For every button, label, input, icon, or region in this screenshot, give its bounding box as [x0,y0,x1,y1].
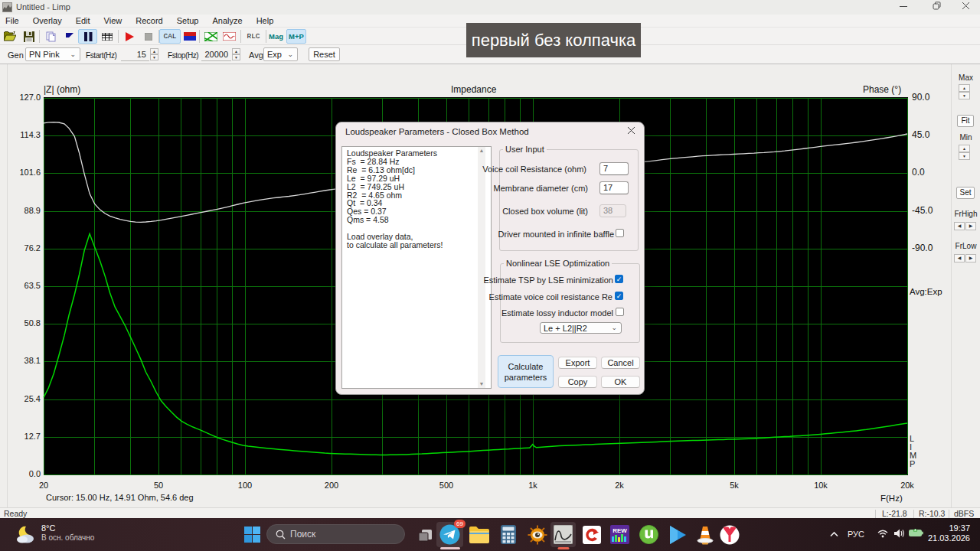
menu-analyze[interactable]: Analyze [205,15,249,25]
frhigh-spinner[interactable]: ◀▶ [954,222,977,230]
reset-button[interactable]: Reset [309,47,340,61]
min-spinner[interactable]: ▲▼ [959,145,970,160]
fstop-spinner[interactable]: ▲▼ [232,48,240,61]
open-folder-icon [4,31,16,41]
windows-logo-icon [244,527,260,543]
x-tick: 2k [615,481,624,490]
record-play-button[interactable] [122,29,137,44]
menu-record[interactable]: Record [129,15,169,25]
copy-button[interactable] [44,29,58,44]
overlay-flag-button[interactable] [62,29,77,44]
status-ready: Ready [4,509,27,518]
baffle-checkbox[interactable] [616,229,624,237]
dialog-close-button[interactable] [624,125,638,139]
fstart-spinner[interactable]: ▲▼ [150,48,158,61]
lse-check3-checkbox[interactable] [616,308,624,316]
taskbar-limp-app[interactable] [550,522,576,547]
start-button[interactable] [240,523,264,546]
tray-clock[interactable]: 19:37 [949,523,970,533]
taskbar-eye-app[interactable] [525,523,549,546]
menu-setup[interactable]: Setup [170,15,206,25]
taskbar-telegram[interactable]: 69 [436,522,463,547]
close-button[interactable] [951,0,980,15]
loudspeaker-parameters-dialog: Loudspeaker Parameters - Closed Box Meth… [335,122,645,395]
fit-button[interactable]: Fit [957,115,974,127]
save-button[interactable] [21,29,36,44]
y-tick: 12.7 [6,432,41,441]
menu-view[interactable]: View [97,15,129,25]
minimize-icon [900,2,907,10]
averaging-select[interactable]: Exp⌄ [263,47,298,61]
menu-edit[interactable]: Edit [69,15,97,25]
taskbar-vlc[interactable] [693,523,717,546]
menu-file[interactable]: File [0,15,26,25]
stop-button[interactable] [141,29,155,44]
x-tick: 20k [900,481,914,490]
ok-button[interactable]: OK [601,376,640,388]
frlow-spinner[interactable]: ◀▶ [954,254,977,262]
zoom-panel: Max ▲▼ Fit Min ▲▼ Set FrHigh ◀▶ FrLow ◀▶ [952,64,980,507]
lse-check2-checkbox[interactable]: ✓ [615,292,623,300]
scroll-down-icon[interactable]: ▼ [478,380,485,388]
rlc-button[interactable]: RLC [243,29,263,44]
toolbar-separator [199,30,200,43]
taskbar-explorer[interactable] [467,523,491,546]
max-spinner[interactable]: ▲▼ [959,84,970,99]
set-button[interactable]: Set [956,187,975,199]
x-tick: 20 [39,481,48,490]
taskbar-rew[interactable]: REW [608,523,632,546]
weather-desc[interactable]: В осн. облачно [41,533,94,542]
cancel-button[interactable]: Cancel [601,357,640,369]
minimize-button[interactable] [889,0,918,15]
calculate-parameters-button[interactable]: Calculate parameters [498,355,554,388]
pause-button[interactable] [78,29,97,44]
search-box[interactable]: Поиск [266,524,405,544]
scroll-up-icon[interactable]: ▲ [478,147,485,155]
flag-icon [65,32,74,41]
export-button[interactable]: Export [558,357,597,369]
inductor-model-select[interactable]: Le + L2||R2⌄ [540,322,622,334]
spectrum-button[interactable] [202,29,219,44]
lse-check1-label: Estimate TSP by LSE minimization [413,276,613,285]
overlay-colors-button[interactable] [182,29,197,44]
menu-help[interactable]: Help [250,15,281,25]
lse-check1-checkbox[interactable]: ✓ [615,275,623,283]
status-unit: dBFS [954,509,974,518]
battery-icon[interactable] [909,529,923,539]
copy-button-dialog[interactable]: Copy [558,376,597,388]
taskbar-yandex[interactable] [717,523,741,546]
maximize-button[interactable] [922,0,951,15]
calibrate-button[interactable]: CAL [159,29,181,44]
fstop-input[interactable]: 20000 [201,48,231,61]
toolbar-separator [39,30,40,43]
fstart-input[interactable]: 15 [121,48,149,61]
weather-temp[interactable]: 8°C [41,523,55,533]
weather-widget[interactable] [14,524,35,546]
menu-overlay[interactable]: Overlay [26,15,69,25]
open-file-button[interactable] [2,29,17,44]
taskbar-ccleaner[interactable] [580,523,603,546]
voice-coil-input[interactable]: 7 [599,162,629,175]
y-tick: 38.1 [6,356,41,365]
speaker-icon[interactable] [894,529,905,540]
generator-type-select[interactable]: PN Pink⌄ [25,47,80,61]
phase-tick: -90.0 [912,243,933,253]
tray-date[interactable]: 21.03.2026 [928,533,970,543]
membrane-input[interactable]: 17 [599,181,629,194]
play-icon [125,32,135,41]
rew-icon: REW [610,525,629,544]
magnitude-view-button[interactable]: Mag [267,29,285,44]
task-view-button[interactable] [413,523,437,546]
tray-chevron-icon[interactable] [830,530,838,539]
phase-tick: 0.0 [912,167,925,178]
taskbar-calculator[interactable] [496,523,520,546]
sine-button[interactable] [220,29,237,44]
parameters-results-text[interactable]: Loudspeaker Parameters Fs = 28.84 Hz Re … [341,146,492,389]
taskbar-utorrent[interactable] [637,523,661,546]
wifi-icon[interactable] [877,530,888,540]
taskbar-mediaplayer[interactable] [665,523,689,546]
spectrum-icon [204,32,217,41]
magnitude-phase-view-button[interactable]: M+P [286,29,306,44]
tray-language[interactable]: РУС [848,530,864,539]
table-button[interactable] [100,29,114,44]
